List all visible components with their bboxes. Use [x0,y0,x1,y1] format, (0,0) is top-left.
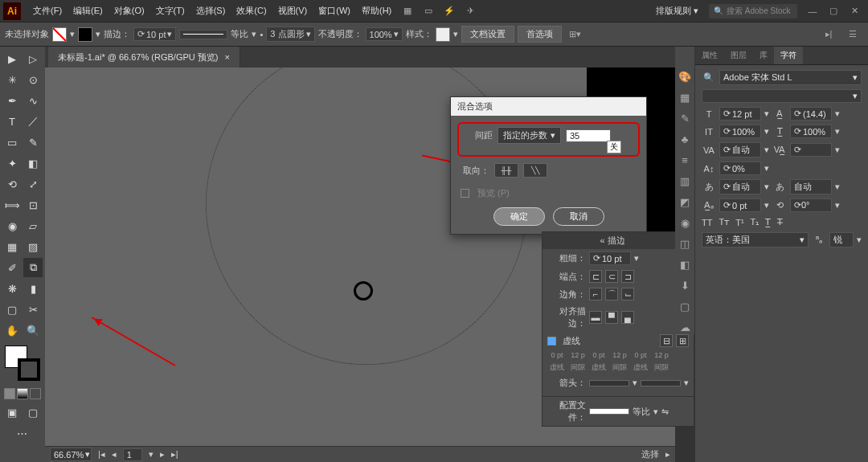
screen-mode-full[interactable]: ▢ [23,403,43,422]
swatches-panel-icon[interactable]: ▦ [678,90,692,104]
hand-tool[interactable]: ✋ [2,321,22,340]
smallcaps-button[interactable]: Tᴛ [719,217,729,227]
rotate-field[interactable]: ⟳0° [790,198,832,212]
kerning-field[interactable]: ⟳自动 [719,142,761,157]
stroke-width-field[interactable]: ⟳ 10 pt ▾ [133,27,176,41]
color-mode-btn[interactable] [4,388,15,399]
align-center[interactable]: ▬ [589,311,602,324]
tab-properties[interactable]: 属性 [695,47,724,64]
menu-edit[interactable]: 编辑(E) [68,5,108,17]
pen-tool[interactable]: ✒ [2,91,22,110]
cancel-button[interactable]: 取消 [553,207,604,226]
arrow-end[interactable] [641,380,681,386]
window-max-icon[interactable]: ▢ [825,3,842,19]
menu-help[interactable]: 帮助(H) [356,5,397,17]
libraries-panel-icon[interactable]: ☁ [678,320,692,334]
artboard-tool[interactable]: ▢ [2,300,22,319]
paintbrush-tool[interactable]: ✎ [23,133,43,152]
orient-page-button[interactable]: ╫╫ [494,163,518,178]
shaper-tool[interactable]: ✦ [2,153,22,173]
font-size-field[interactable]: ⟳12 pt [719,107,761,121]
menu-view[interactable]: 视图(V) [272,5,313,17]
underline-button[interactable]: T̲ [765,217,771,227]
antialias-select[interactable]: 锐 [829,232,854,247]
cap-round[interactable]: ⊂ [605,270,618,283]
menu-type[interactable]: 文字(T) [150,5,190,17]
magic-wand-tool[interactable]: ✳ [2,70,22,89]
allcaps-button[interactable]: TT [702,218,712,227]
stroke-panel-title[interactable]: « 描边 [547,235,678,247]
panel-collapse-icon[interactable]: ▸| [820,27,837,43]
type-tool[interactable]: T [2,112,22,131]
artboard-nav-field[interactable]: 1 [123,448,142,461]
language-select[interactable]: 英语：美国▾ [702,232,809,247]
preview-checkbox[interactable] [461,189,469,198]
rectangle-tool[interactable]: ▭ [2,133,22,152]
align-inside[interactable]: ▀ [605,311,618,324]
window-min-icon[interactable]: — [804,3,821,19]
spacing-value-input[interactable] [566,129,611,142]
none-mode-btn[interactable] [30,388,41,399]
shift-field[interactable]: ⟳0 pt [719,198,761,212]
stock-search[interactable]: 🔍搜索 Adobe Stock [709,4,797,18]
ok-button[interactable]: 确定 [493,207,545,226]
flip-icon[interactable]: ⇋ [661,407,669,417]
superscript-button[interactable]: T¹ [735,218,743,227]
dash-preserve[interactable]: ⊟ [660,334,673,347]
symbols-panel-icon[interactable]: ♣ [678,132,692,146]
corner-round[interactable]: ⌒ [605,288,618,301]
width-tool[interactable]: ⟾ [2,195,22,215]
small-circle-shape[interactable] [354,281,373,301]
vscale-field[interactable]: ⟳100% [719,125,761,138]
screen-mode-normal[interactable]: ▣ [2,403,22,422]
layout-preset[interactable]: 排版规则 ▾ [650,5,704,17]
menu-window[interactable]: 窗口(W) [313,5,356,17]
menu-effect[interactable]: 效果(C) [231,5,272,17]
asset-export-icon[interactable]: ⬇ [678,278,692,292]
font-family-select[interactable]: Adobe 宋体 Std L▾ [719,70,862,85]
stroke-indicator[interactable] [18,358,40,381]
status-menu-icon[interactable]: ▸ [665,449,670,460]
blend-tool[interactable]: ⧉ [23,258,43,277]
lasso-tool[interactable]: ⊙ [23,70,43,89]
zoom-tool[interactable]: 🔍 [23,321,43,340]
tab-libraries[interactable]: 库 [753,47,774,64]
perspective-tool[interactable]: ▱ [23,216,43,235]
bridge-icon[interactable]: ▦ [399,3,416,19]
edit-toolbar[interactable]: ⋯ [2,423,41,443]
cap-butt[interactable]: ⊏ [589,270,602,283]
prefs-button[interactable]: 首选项 [518,26,562,43]
subscript-button[interactable]: T₁ [751,217,760,227]
baseline-field[interactable]: ⟳0% [719,161,761,175]
transparency-panel-icon[interactable]: ◩ [678,194,692,209]
gradient-mode-btn[interactable] [17,388,28,399]
aki-field[interactable]: 自动 [790,179,832,194]
document-tab[interactable]: 未标题-1.ai* @ 66.67% (RGB/GPU 预览) × [48,47,240,67]
arrange-icon[interactable]: ▭ [420,3,437,19]
strikethrough-button[interactable]: T̶ [777,217,783,227]
tsume-field[interactable]: ⟳自动 [719,179,761,194]
gradient-panel-icon[interactable]: ▥ [678,174,692,188]
tracking-field[interactable]: ⟳ [790,143,832,157]
arrow-start[interactable] [589,380,629,386]
free-transform-tool[interactable]: ⊡ [23,195,43,215]
menu-object[interactable]: 对象(O) [108,5,150,17]
eraser-tool[interactable]: ◧ [23,153,43,173]
eyedropper-tool[interactable]: ✐ [2,258,22,277]
direct-select-tool[interactable]: ▷ [23,49,43,68]
graphic-styles-icon[interactable]: ◫ [678,236,692,251]
doc-tab-close[interactable]: × [224,52,229,62]
stroke-profile-preview[interactable] [179,30,227,39]
column-graph-tool[interactable]: ▮ [23,279,43,298]
orient-path-button[interactable]: ╲╲ [523,163,547,178]
shape-builder-tool[interactable]: ◉ [2,216,22,235]
feedback-icon[interactable]: ✈ [461,3,479,19]
opacity-field[interactable]: 100% ▾ [366,27,403,41]
menu-file[interactable]: 文件(F) [27,5,68,17]
corner-miter[interactable]: ⌐ [589,288,602,301]
gradient-tool[interactable]: ▨ [23,237,43,256]
rotate-tool[interactable]: ⟲ [2,174,22,194]
nav-prev-icon[interactable]: ◂ [112,449,117,460]
selection-tool[interactable]: ▶ [2,49,22,68]
panel-menu-icon[interactable]: ☰ [844,27,862,43]
